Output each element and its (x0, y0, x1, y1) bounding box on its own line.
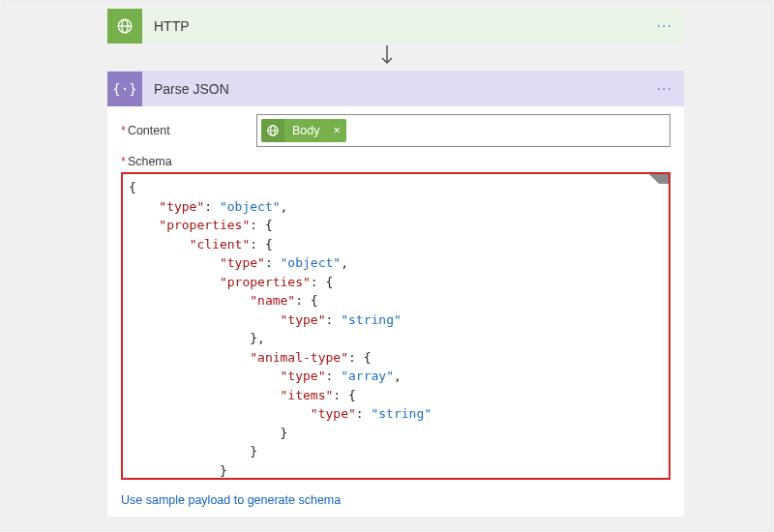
globe-icon (107, 9, 142, 44)
schema-editor[interactable]: { "type": "object", "properties": { "cli… (121, 172, 670, 480)
schema-label: *Schema (121, 155, 670, 168)
schema-section: *Schema { "type": "object", "properties"… (107, 155, 684, 488)
schema-code[interactable]: { "type": "object", "properties": { "cli… (123, 174, 669, 480)
content-input[interactable]: Body × (256, 114, 670, 147)
parse-json-menu-button[interactable]: ··· (657, 80, 672, 98)
http-title: HTTP (154, 18, 190, 34)
use-sample-payload-link[interactable]: Use sample payload to generate schema (107, 488, 684, 517)
body-token[interactable]: Body × (261, 119, 346, 142)
token-label: Body (284, 124, 328, 137)
globe-icon (261, 119, 284, 142)
content-row: *Content Body × (107, 106, 684, 155)
content-label: *Content (121, 124, 256, 137)
parse-json-header[interactable]: {·} Parse JSON ··· (107, 71, 684, 106)
http-menu-button[interactable]: ··· (657, 17, 672, 35)
braces-icon: {·} (107, 72, 142, 106)
parse-json-card: {·} Parse JSON ··· *Content Body × (107, 71, 684, 517)
token-remove-button[interactable]: × (328, 124, 346, 137)
parse-json-title: Parse JSON (154, 81, 229, 97)
http-action-card[interactable]: HTTP ··· (107, 8, 684, 44)
arrow-down-icon (378, 45, 396, 72)
